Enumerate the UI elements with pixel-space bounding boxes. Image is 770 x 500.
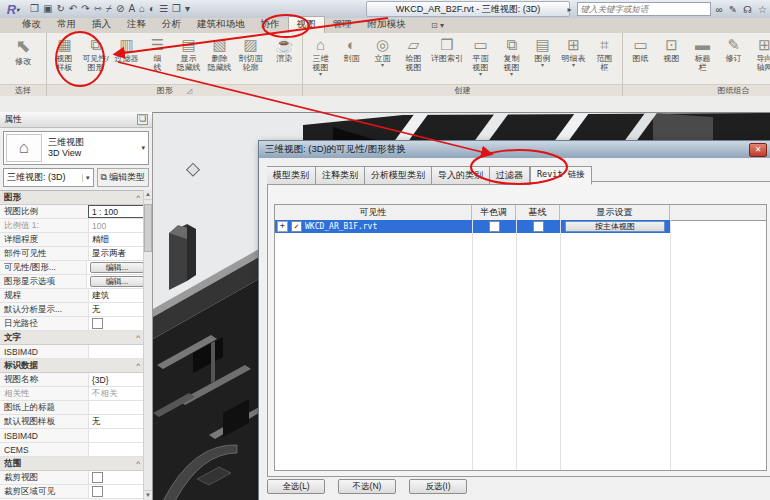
subscription-key-icon[interactable]: ✎ (729, 4, 737, 15)
property-value[interactable] (88, 401, 144, 414)
value-checkbox[interactable] (92, 472, 103, 483)
ribbon-tab[interactable]: 管理 (325, 17, 360, 33)
property-value[interactable]: {3D} (88, 373, 144, 386)
column-underlay[interactable]: 基线 (516, 205, 560, 220)
default-3d-view-icon[interactable]: ⌂ (139, 1, 145, 17)
collapse-caret-icon[interactable]: ^ (136, 361, 140, 370)
property-value[interactable] (88, 317, 144, 330)
ribbon-overflow-control[interactable]: ⊡ ▾ (431, 21, 444, 32)
property-value[interactable]: 不相关 (88, 387, 144, 400)
search-input[interactable] (577, 2, 711, 16)
edit-button[interactable]: 编辑... (90, 262, 144, 273)
underlay-checkbox[interactable] (533, 221, 544, 232)
thin-lines-icon[interactable]: ☰ (159, 1, 168, 17)
collapse-caret-icon[interactable]: ^ (136, 193, 140, 202)
view-type-combo[interactable]: 三维视图: (3D) ▾ (3, 168, 94, 187)
scroll-down-icon[interactable]: ▼ (144, 490, 152, 500)
favorites-star-icon[interactable]: ☆ (758, 4, 767, 15)
scrollbar-thumb[interactable] (144, 204, 152, 252)
dialog-tab[interactable]: 注释类别 (316, 166, 365, 185)
communication-icon[interactable]: ☊ (743, 4, 752, 15)
ribbon-tab[interactable]: 常用 (49, 17, 84, 33)
tag-icon[interactable]: ⊘ (116, 1, 124, 17)
search-binoculars-icon[interactable]: ∞ (716, 4, 723, 15)
dialog-close-button[interactable]: ✕ (749, 143, 767, 157)
property-value[interactable] (88, 471, 144, 484)
scroll-up-icon[interactable]: ▲ (144, 190, 152, 200)
edit-button[interactable]: 编辑... (90, 276, 144, 287)
property-value[interactable]: 编辑... (86, 261, 144, 274)
ribbon-tab[interactable]: 视图 (288, 16, 325, 33)
palette-float-icon[interactable]: ❏ (137, 114, 148, 125)
ribbon-tab[interactable]: 修改 (14, 17, 49, 33)
property-value[interactable]: 精细 (88, 233, 144, 246)
column-halftone[interactable]: 半色调 (472, 205, 516, 220)
render-button[interactable]: ☕ 渲染 (269, 34, 300, 64)
ribbon-tab[interactable]: 附加模块 (360, 17, 414, 33)
revit-logo-icon[interactable]: R▾ (0, 1, 26, 18)
property-value[interactable] (88, 345, 144, 358)
filters-button[interactable]: ▥ 过滤器 (111, 34, 142, 64)
duplicate-view-button[interactable]: ⧉ 复制 视图 ▾ (496, 34, 527, 78)
ribbon-tab[interactable]: 分析 (154, 17, 189, 33)
property-value[interactable]: 无 (88, 415, 144, 428)
section-header[interactable]: 范围 (0, 458, 136, 470)
property-value[interactable]: 100 (88, 219, 144, 232)
undo-icon[interactable]: ↶ (69, 1, 77, 17)
ribbon-tab[interactable]: 建筑和场地 (189, 17, 253, 33)
dialog-tab[interactable]: Revit 链接 (530, 166, 592, 185)
section-header[interactable]: 文字 (0, 332, 136, 344)
column-visibility[interactable]: 可见性 (275, 205, 472, 220)
property-value[interactable]: 建筑 (88, 289, 144, 302)
column-display-settings[interactable]: 显示设置 (560, 205, 670, 220)
dialog-title-bar[interactable]: 三维视图: (3D)的可见性/图形替换 ✕ (259, 141, 770, 158)
thin-lines-button[interactable]: ☰ 细 线 (142, 34, 173, 73)
title-block-button[interactable]: ▬ 标题 栏 (687, 34, 718, 73)
property-value[interactable]: 1 : 100 (88, 205, 144, 218)
open-icon[interactable]: ❐ (30, 1, 39, 17)
drafting-view-button[interactable]: ▱ 绘图 视图 (398, 34, 429, 73)
legends-button[interactable]: ▤ 图例 ▾ (527, 34, 558, 69)
expand-icon[interactable]: + (277, 221, 288, 232)
dialog-tab[interactable]: 分析模型类别 (365, 166, 432, 185)
guide-grid-button[interactable]: ⊞ 导向 轴网 (749, 34, 770, 73)
section-icon[interactable]: ◐ (149, 1, 155, 17)
property-value[interactable] (88, 485, 144, 498)
scope-box-button[interactable]: ⌗ 范围 框 (589, 34, 620, 73)
property-value[interactable]: 无 (88, 303, 144, 316)
type-selector-dropdown-icon[interactable]: ▾ (141, 144, 145, 152)
modify-button[interactable]: ⬉ 修改 (2, 34, 44, 67)
show-hidden-lines-button[interactable]: ▤ 显示 隐藏线 (173, 34, 204, 73)
sheet-button[interactable]: ▭ 图纸 (625, 34, 656, 64)
measure-icon[interactable]: ⇿ (94, 1, 102, 17)
value-checkbox[interactable] (92, 486, 103, 497)
visibility-checkbox[interactable] (291, 221, 302, 232)
3d-view-button[interactable]: ⌂ 三维 视图 ▾ (305, 34, 336, 78)
select-none-button[interactable]: 不选(N) (338, 479, 396, 494)
section-header[interactable]: 图形 (0, 192, 136, 204)
dialog-tab[interactable]: 导入的类别 (432, 166, 490, 185)
view-template-button[interactable]: ▦ 视图 样板 (49, 34, 80, 73)
ribbon-tab[interactable]: 协作 (253, 17, 288, 33)
display-settings-button[interactable]: 按主体视图 (565, 221, 665, 232)
remove-hidden-lines-button[interactable]: ▧ 删除 隐藏线 (204, 34, 235, 73)
link-row[interactable]: + WKCD_AR_B1F.rvt 按主体视图 (275, 220, 766, 233)
cut-profile-button[interactable]: ▨ 剖切面 轮廓 (235, 34, 266, 73)
schedules-button[interactable]: ⊞ 明细表 ▾ (558, 34, 589, 69)
revisions-button[interactable]: ✎ 修订 (718, 34, 749, 64)
dialog-tab[interactable]: 模型类别 (267, 166, 316, 185)
section-header[interactable]: 标识数据 (0, 360, 136, 372)
type-selector[interactable]: ⌂ 三维视图 3D View ▾ (3, 131, 149, 165)
collapse-caret-icon[interactable]: ^ (136, 459, 140, 468)
property-value[interactable] (88, 429, 144, 442)
section-button[interactable]: ◐ 剖面 (336, 34, 367, 64)
sync-icon[interactable]: ↻ (56, 1, 64, 17)
redo-icon[interactable]: ↷ (81, 1, 89, 17)
invert-selection-button[interactable]: 反选(I) (409, 479, 467, 494)
property-value[interactable]: 编辑... (86, 275, 144, 288)
view-button[interactable]: ⊡ 视图 (656, 34, 687, 64)
edit-type-button[interactable]: ⧉ 编辑类型 (97, 168, 149, 187)
property-value[interactable] (88, 443, 144, 456)
callout-button[interactable]: ❒ 详图索引 (429, 34, 465, 64)
visibility-graphics-button[interactable]: ⧉ 可见性/ 图形 (80, 34, 111, 73)
